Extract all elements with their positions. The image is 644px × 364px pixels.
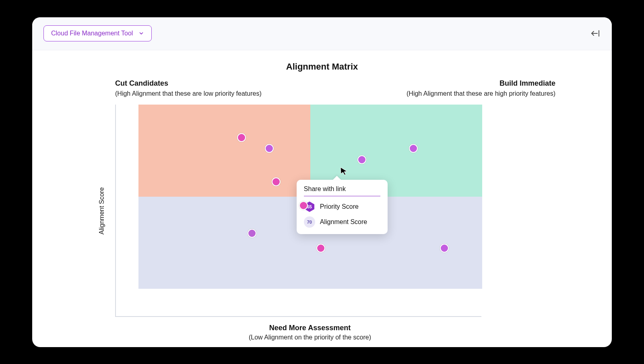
chart-datapoint[interactable] bbox=[248, 229, 256, 238]
quadrant-label-need-assessment: Need More Assessment (Low Alignment on t… bbox=[138, 324, 481, 341]
tooltip-alignment-label: Alignment Score bbox=[320, 218, 367, 226]
quadrant-label-build-immediate: Build Immediate (High Alignment that the… bbox=[407, 79, 555, 97]
chart-datapoint[interactable] bbox=[265, 144, 274, 153]
chart-title: Alignment Matrix bbox=[89, 62, 555, 72]
chart-datapoint[interactable] bbox=[440, 244, 449, 253]
quadrant-grid: Share with link 65 Priority Score 70 bbox=[138, 105, 482, 289]
x-axis-label: Priority Score bbox=[89, 347, 555, 347]
quadrant-title: Need More Assessment bbox=[138, 324, 481, 332]
topbar: Cloud File Management Tool bbox=[32, 17, 612, 50]
quadrant-title: Cut Candidates bbox=[115, 79, 262, 88]
y-axis-label: Alignment Score bbox=[89, 105, 115, 317]
app-frame: Cloud File Management Tool Alignment Mat… bbox=[32, 17, 612, 347]
quadrant-subtitle: (High Alignment that these are low prior… bbox=[115, 90, 262, 97]
tooltip-priority-row: 65 Priority Score bbox=[304, 201, 380, 212]
quadrant-need-assessment-left bbox=[138, 197, 310, 289]
chart-datapoint[interactable] bbox=[299, 201, 308, 210]
quadrant-label-cut-candidates: Cut Candidates (High Alignment that thes… bbox=[115, 79, 262, 97]
chart-datapoint[interactable] bbox=[272, 177, 281, 186]
plot-frame: Share with link 65 Priority Score 70 bbox=[115, 105, 481, 317]
chart-datapoint[interactable] bbox=[237, 133, 246, 142]
quadrant-top-labels: Cut Candidates (High Alignment that thes… bbox=[89, 79, 555, 97]
chart-area: Alignment Matrix Cut Candidates (High Al… bbox=[32, 50, 612, 347]
project-selector-label: Cloud File Management Tool bbox=[51, 30, 133, 37]
quadrant-cut-candidates bbox=[138, 105, 310, 197]
tooltip-priority-label: Priority Score bbox=[320, 203, 359, 210]
cursor-icon bbox=[339, 166, 349, 176]
project-selector[interactable]: Cloud File Management Tool bbox=[43, 25, 152, 41]
tooltip-feature-name: Share with link bbox=[304, 185, 380, 196]
chart-datapoint[interactable] bbox=[357, 155, 366, 164]
alignment-badge-value: 70 bbox=[307, 220, 312, 224]
tooltip-alignment-row: 70 Alignment Score bbox=[304, 216, 380, 228]
chart-datapoint[interactable] bbox=[409, 144, 418, 153]
chevron-down-icon bbox=[138, 31, 144, 36]
quadrant-title: Build Immediate bbox=[407, 79, 555, 88]
panel-collapse-button[interactable] bbox=[590, 29, 601, 37]
alignment-badge-icon: 70 bbox=[304, 216, 315, 228]
chart-datapoint[interactable] bbox=[316, 244, 325, 253]
quadrant-subtitle: (High Alignment that these are high prio… bbox=[407, 90, 555, 97]
quadrant-subtitle: (Low Alignment on the priority of the sc… bbox=[138, 334, 481, 341]
datapoint-tooltip: Share with link 65 Priority Score 70 bbox=[297, 180, 388, 234]
plot-wrap: Alignment Score Share with link bbox=[89, 105, 555, 317]
